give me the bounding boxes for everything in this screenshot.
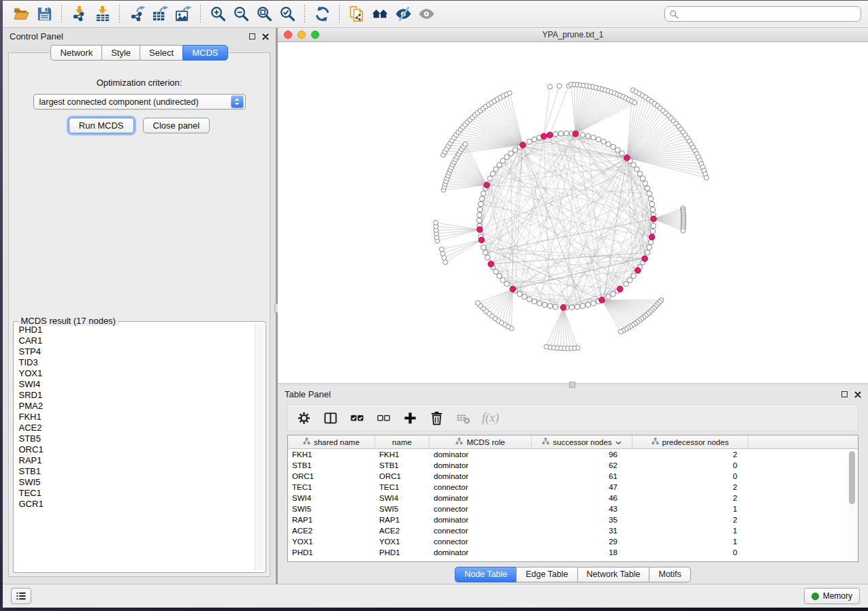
- leaf-node[interactable]: [704, 176, 709, 180]
- zoom-in-icon[interactable]: [208, 4, 228, 24]
- leaf-node[interactable]: [557, 84, 562, 88]
- node[interactable]: [481, 245, 486, 250]
- settings-gear-icon[interactable]: [296, 410, 311, 425]
- node[interactable]: [547, 303, 553, 309]
- table-cell[interactable]: connector: [430, 527, 532, 535]
- node[interactable]: [585, 302, 591, 308]
- leaf-node[interactable]: [440, 251, 445, 256]
- table-cell[interactable]: 1: [632, 505, 748, 513]
- node[interactable]: [504, 154, 510, 160]
- mcds-result-item[interactable]: SWI4: [16, 379, 254, 390]
- node[interactable]: [591, 135, 596, 140]
- table-row[interactable]: TEC1TEC1connector472: [288, 482, 858, 493]
- node[interactable]: [634, 167, 640, 172]
- table-cell[interactable]: 2: [632, 494, 748, 502]
- table-row[interactable]: FKH1FKH1dominator962: [288, 449, 858, 460]
- network-window-titlebar[interactable]: YPA_prune.txt_1: [278, 28, 868, 42]
- table-cell[interactable]: 46: [532, 494, 632, 502]
- window-minimize-button[interactable]: [298, 31, 306, 39]
- table-cell[interactable]: dominator: [430, 516, 532, 524]
- node[interactable]: [564, 131, 569, 136]
- table-row[interactable]: SWI5SWI5connector431: [288, 503, 858, 514]
- table-cell[interactable]: 35: [532, 516, 632, 524]
- node[interactable]: [485, 255, 490, 261]
- leaf-node[interactable]: [618, 329, 623, 334]
- column-header-name[interactable]: name: [375, 435, 430, 448]
- dominator-node[interactable]: [617, 286, 624, 293]
- mcds-result-item[interactable]: SWI5: [16, 477, 254, 488]
- mcds-result-item[interactable]: RAP1: [16, 455, 254, 466]
- table-cell[interactable]: dominator: [430, 461, 532, 469]
- node[interactable]: [643, 181, 648, 186]
- node[interactable]: [647, 245, 652, 250]
- leaf-node[interactable]: [632, 100, 637, 105]
- open-file-icon[interactable]: [11, 4, 31, 24]
- node[interactable]: [542, 302, 547, 308]
- table-cell[interactable]: ORC1: [375, 472, 430, 480]
- node[interactable]: [490, 171, 496, 177]
- mcds-result-item[interactable]: YOX1: [16, 368, 254, 379]
- table-cell[interactable]: 1: [632, 538, 748, 546]
- houses-icon[interactable]: [370, 4, 390, 24]
- table-cell[interactable]: 18: [532, 548, 632, 557]
- node[interactable]: [611, 291, 616, 297]
- table-cell[interactable]: SWI5: [288, 505, 375, 513]
- table-cell[interactable]: 61: [532, 472, 632, 480]
- clone-network-icon[interactable]: [347, 4, 367, 24]
- leaf-node[interactable]: [439, 247, 444, 252]
- search-box[interactable]: [664, 6, 861, 22]
- node[interactable]: [637, 171, 643, 177]
- mcds-result-list[interactable]: PHD1CAR1STP4TID3YOX1SWI4SRD1PMA2FKH1ACE2…: [16, 325, 254, 570]
- window-close-button[interactable]: [284, 31, 292, 39]
- leaf-node[interactable]: [463, 142, 468, 147]
- table-row[interactable]: PHD1PHD1dominator180: [288, 547, 858, 558]
- node[interactable]: [527, 139, 532, 144]
- close-panel-icon[interactable]: [262, 33, 269, 40]
- table-cell[interactable]: STB1: [375, 461, 430, 469]
- node[interactable]: [580, 303, 585, 309]
- node[interactable]: [615, 148, 620, 153]
- network-graph[interactable]: [278, 42, 867, 382]
- table-row[interactable]: STB1STB1dominator620: [288, 460, 858, 471]
- dominator-node[interactable]: [479, 237, 485, 243]
- horizontal-splitter[interactable]: [278, 383, 868, 386]
- node[interactable]: [509, 151, 514, 156]
- node[interactable]: [477, 212, 482, 218]
- node[interactable]: [601, 139, 607, 144]
- node[interactable]: [478, 201, 483, 207]
- node[interactable]: [532, 137, 537, 142]
- table-cell[interactable]: YOX1: [375, 538, 430, 546]
- table-row[interactable]: SWI4SWI4dominator462: [288, 493, 858, 503]
- tab-network-table[interactable]: Network Table: [577, 567, 649, 582]
- leaf-node[interactable]: [544, 344, 549, 349]
- node[interactable]: [537, 301, 543, 306]
- node[interactable]: [527, 297, 532, 302]
- node[interactable]: [649, 201, 655, 207]
- table-cell[interactable]: dominator: [430, 548, 532, 557]
- node[interactable]: [481, 191, 486, 197]
- mcds-result-item[interactable]: TEC1: [16, 488, 254, 499]
- table-cell[interactable]: 2: [632, 516, 748, 524]
- tab-select[interactable]: Select: [140, 45, 182, 61]
- export-image-icon[interactable]: [173, 4, 193, 24]
- tab-network[interactable]: Network: [50, 45, 101, 61]
- refresh-layout-icon[interactable]: [312, 4, 332, 24]
- memory-button[interactable]: Memory: [804, 588, 860, 604]
- dominator-node[interactable]: [573, 131, 579, 137]
- table-cell[interactable]: FKH1: [375, 450, 430, 459]
- node[interactable]: [517, 291, 523, 297]
- search-input[interactable]: [681, 9, 856, 20]
- dominator-node[interactable]: [541, 133, 547, 139]
- dominator-node[interactable]: [484, 182, 490, 188]
- table-cell[interactable]: RAP1: [375, 516, 430, 524]
- float-panel-icon[interactable]: [249, 33, 255, 39]
- leaf-node[interactable]: [507, 90, 512, 95]
- node[interactable]: [553, 304, 558, 310]
- node[interactable]: [645, 250, 650, 255]
- table-cell[interactable]: dominator: [430, 472, 532, 480]
- node[interactable]: [650, 207, 656, 212]
- dominator-node[interactable]: [520, 142, 526, 148]
- node[interactable]: [645, 186, 650, 191]
- node[interactable]: [569, 305, 575, 310]
- table-cell[interactable]: 2: [632, 483, 748, 491]
